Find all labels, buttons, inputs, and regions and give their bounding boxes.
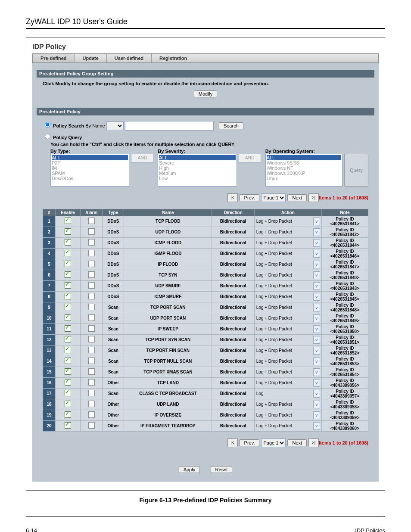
checkbox-alarm-icon[interactable] (88, 336, 95, 342)
enable-cell[interactable] (56, 356, 81, 367)
checkbox-alarm-icon[interactable] (88, 250, 95, 256)
tab-registration[interactable]: Registration (152, 54, 195, 62)
checkbox-enable-icon[interactable] (65, 390, 71, 396)
checkbox-alarm-icon[interactable] (88, 401, 95, 407)
enable-cell[interactable] (56, 227, 81, 237)
chevron-down-icon[interactable]: v (313, 422, 320, 430)
reset-button[interactable]: Reset (211, 466, 233, 473)
next-page-button[interactable]: Next (287, 439, 307, 446)
checkbox-alarm-icon[interactable] (88, 293, 95, 299)
prev-page-button[interactable]: Prev. (240, 439, 260, 446)
action-cell[interactable]: Log + Drop Packetv (254, 367, 321, 377)
list-item[interactable]: IM (52, 165, 128, 171)
alarm-cell[interactable] (80, 270, 102, 280)
alarm-cell[interactable] (80, 259, 102, 270)
checkbox-enable-icon[interactable] (65, 314, 71, 321)
checkbox-alarm-icon[interactable] (88, 368, 95, 375)
enable-cell[interactable] (56, 324, 81, 334)
list-item[interactable]: SPAM (52, 171, 128, 176)
page-select[interactable]: Page 1 (261, 193, 286, 202)
enable-cell[interactable] (56, 399, 81, 410)
enable-cell[interactable] (56, 345, 81, 356)
enable-cell[interactable] (56, 377, 81, 388)
checkbox-alarm-icon[interactable] (88, 228, 95, 235)
checkbox-alarm-icon[interactable] (88, 411, 95, 418)
action-cell[interactable]: Log + Drop Packetv (254, 420, 321, 431)
alarm-cell[interactable] (80, 367, 102, 377)
enable-cell[interactable] (56, 259, 81, 270)
chevron-down-icon[interactable]: v (313, 401, 320, 408)
enable-cell[interactable] (56, 410, 81, 420)
list-item[interactable]: Windows 2000/XP (267, 171, 341, 176)
query-button[interactable]: Query (344, 154, 368, 187)
enable-cell[interactable] (56, 420, 81, 431)
chevron-down-icon[interactable]: v (313, 293, 320, 301)
and-select-1[interactable]: AND (131, 154, 153, 162)
action-cell[interactable]: Log + Drop Packetv (254, 270, 321, 280)
alarm-cell[interactable] (80, 248, 102, 259)
checkbox-alarm-icon[interactable] (88, 314, 95, 321)
checkbox-enable-icon[interactable] (65, 271, 71, 278)
tab-update[interactable]: Update (75, 54, 107, 62)
radio-policy-query[interactable] (45, 134, 50, 139)
checkbox-enable-icon[interactable] (65, 218, 71, 224)
enable-cell[interactable] (56, 388, 81, 399)
checkbox-enable-icon[interactable] (65, 239, 71, 246)
checkbox-alarm-icon[interactable] (88, 422, 95, 429)
chevron-down-icon[interactable]: v (313, 325, 320, 333)
alarm-cell[interactable] (80, 313, 102, 324)
chevron-down-icon[interactable]: v (313, 368, 320, 376)
chevron-down-icon[interactable]: v (313, 218, 320, 225)
action-cell[interactable]: Log + Drop Packetv (254, 259, 321, 270)
first-page-button[interactable]: |< (227, 193, 238, 202)
alarm-cell[interactable] (80, 291, 102, 302)
action-cell[interactable]: Log + Drop Packetv (254, 227, 321, 237)
checkbox-enable-icon[interactable] (65, 358, 71, 364)
alarm-cell[interactable] (80, 216, 102, 227)
action-cell[interactable]: Log + Drop Packetv (254, 216, 321, 227)
list-item[interactable]: Windows 95/98 (267, 160, 341, 165)
enable-cell[interactable] (56, 313, 81, 324)
list-item[interactable]: Windows NT (267, 165, 341, 171)
chevron-down-icon[interactable]: v (313, 304, 320, 311)
list-item[interactable]: Linux (267, 176, 341, 181)
checkbox-enable-icon[interactable] (65, 325, 71, 332)
chevron-down-icon[interactable]: v (313, 261, 320, 268)
alarm-cell[interactable] (80, 420, 102, 431)
chevron-down-icon[interactable]: v (313, 336, 320, 344)
modify-button[interactable]: Modify (194, 90, 217, 97)
alarm-cell[interactable] (80, 302, 102, 313)
checkbox-alarm-icon[interactable] (88, 239, 95, 246)
action-cell[interactable]: Log + Drop Packetv (254, 345, 321, 356)
chevron-down-icon[interactable]: v (313, 250, 320, 258)
last-page-button[interactable]: >| (308, 439, 319, 447)
checkbox-enable-icon[interactable] (65, 379, 71, 386)
enable-cell[interactable] (56, 334, 81, 345)
prev-page-button[interactable]: Prev. (240, 194, 260, 201)
checkbox-alarm-icon[interactable] (88, 347, 95, 353)
checkbox-enable-icon[interactable] (65, 401, 71, 407)
first-page-button[interactable]: |< (227, 439, 238, 447)
chevron-down-icon[interactable]: v (313, 411, 320, 419)
checkbox-enable-icon[interactable] (65, 282, 71, 289)
action-cell[interactable]: Log + Drop Packetv (254, 237, 321, 248)
severity-listbox[interactable]: ALL Severe High Medium Low (158, 154, 237, 187)
tab-predefined[interactable]: Pre-defined (33, 54, 75, 62)
os-listbox[interactable]: ALL Windows 95/98 Windows NT Windows 200… (265, 154, 342, 187)
alarm-cell[interactable] (80, 356, 102, 367)
action-cell[interactable]: Log + Drop Packetv (254, 324, 321, 334)
enable-cell[interactable] (56, 280, 81, 291)
checkbox-enable-icon[interactable] (65, 304, 71, 310)
last-page-button[interactable]: >| (308, 193, 319, 202)
chevron-down-icon[interactable]: v (313, 358, 320, 365)
apply-button[interactable]: Apply (179, 466, 200, 473)
next-page-button[interactable]: Next (287, 194, 307, 201)
list-item[interactable]: High (159, 165, 235, 171)
list-item[interactable]: Low (159, 176, 235, 181)
action-cell[interactable]: Log + Drop Packetv (254, 291, 321, 302)
alarm-cell[interactable] (80, 377, 102, 388)
tab-userdefined[interactable]: User-defined (107, 54, 152, 62)
enable-cell[interactable] (56, 291, 81, 302)
checkbox-alarm-icon[interactable] (88, 358, 95, 364)
checkbox-alarm-icon[interactable] (88, 218, 95, 224)
